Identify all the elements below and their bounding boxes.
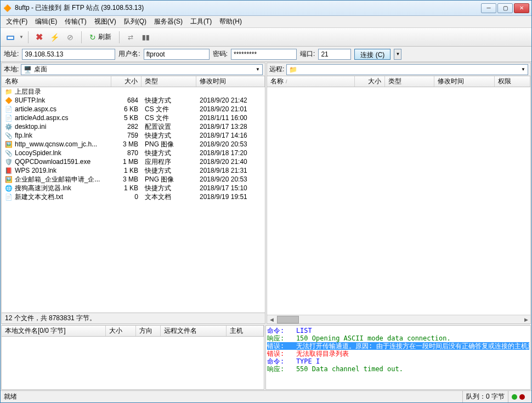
status-queue: 队列：0 字节: [462, 391, 508, 402]
file-icon: 📄: [5, 193, 13, 201]
file-row[interactable]: 📎LocoySpider.lnk870快捷方式2018/9/18 17:20: [2, 149, 265, 157]
menu-queue[interactable]: 队列(Q): [121, 16, 150, 27]
col-name[interactable]: 名称: [2, 76, 111, 87]
username-label: 用户名:: [118, 49, 140, 59]
refresh-icon: ↻: [89, 33, 96, 42]
log-line: 响应: 550 Data channel timed out.: [267, 365, 529, 373]
file-row[interactable]: 🖼️企业邮箱_企业邮箱申请_企...3 MBPNG 图像2018/9/20 20…: [2, 175, 265, 184]
file-row[interactable]: 🔶8UFTP.lnk684快捷方式2018/9/20 21:42: [2, 96, 265, 105]
indicator-green-icon: [512, 394, 517, 400]
file-row[interactable]: 🌐搜狗高速浏览器.lnk1 KB快捷方式2018/9/17 15:10: [2, 184, 265, 192]
password-input[interactable]: [231, 49, 297, 60]
window-buttons: ─ ▢ ✕: [481, 3, 529, 13]
queue-list[interactable]: [2, 337, 264, 389]
maximize-button[interactable]: ▢: [497, 3, 513, 13]
connect-icon[interactable]: [4, 31, 17, 44]
file-row[interactable]: 📄articleAdd.aspx.cs5 KBCS 文件2018/1/11 16…: [2, 113, 265, 122]
username-input[interactable]: [144, 49, 210, 60]
status-bar: 就绪 队列：0 字节: [1, 390, 531, 402]
col-size[interactable]: 大小: [111, 76, 142, 87]
log-pane[interactable]: 命令: LIST响应: 150 Opening ASCII mode data …: [265, 325, 531, 390]
queue-columns: 本地文件名[0/0 字节] 大小 方向 远程文件名 主机: [2, 326, 264, 337]
col-direction[interactable]: 方向: [136, 326, 161, 336]
file-row[interactable]: ⚙️desktop.ini282配置设置2018/9/17 13:28: [2, 122, 265, 131]
remote-path-bar: 远程: 📁 ▼: [267, 63, 530, 76]
pause-icon[interactable]: ▮▮: [139, 31, 152, 44]
window-title: 8uftp - 已连接到 新 FTP 站点 (39.108.53.13): [15, 3, 481, 13]
dropdown-icon[interactable]: ▼: [19, 35, 24, 39]
updir-icon: 📁: [5, 88, 13, 95]
remote-scrollbar[interactable]: ◀▶: [267, 315, 530, 323]
file-row[interactable]: 📕WPS 2019.lnk1 KB快捷方式2018/9/18 21:31: [2, 166, 265, 175]
abort-icon[interactable]: ⊘: [64, 31, 77, 44]
updir-row[interactable]: 📁上层目录: [2, 87, 265, 96]
status-ready: 就绪: [4, 392, 17, 401]
local-summary: 12 个文件，共 8783831 字节。: [2, 313, 265, 323]
menu-server[interactable]: 服务器(S): [151, 16, 186, 27]
connect-button[interactable]: 连接 (C): [354, 49, 390, 60]
minimize-button[interactable]: ─: [481, 3, 496, 13]
col-mtime[interactable]: 修改时间: [434, 76, 495, 87]
folder-icon: 📁: [289, 66, 297, 73]
close-button[interactable]: ✕: [514, 3, 529, 13]
file-row[interactable]: 🖼️http_www.qcnsw.com_jc.h...3 MBPNG 图像20…: [2, 140, 265, 149]
file-icon: 📄: [5, 114, 13, 122]
connect-dropdown[interactable]: ▼: [394, 49, 401, 60]
col-localfile[interactable]: 本地文件名[0/0 字节]: [2, 326, 106, 336]
file-icon: 🖼️: [5, 140, 13, 148]
file-row[interactable]: 📎ftp.lnk759快捷方式2018/9/17 14:16: [2, 131, 265, 140]
file-icon: 🌐: [5, 184, 13, 192]
file-row[interactable]: 📄article.aspx.cs6 KBCS 文件2018/9/20 21:01: [2, 105, 265, 113]
file-icon: 📄: [5, 105, 13, 113]
log-line: 响应: 150 Opening ASCII mode data connecti…: [267, 334, 529, 342]
file-row[interactable]: 📄新建文本文档.txt0文本文档2018/9/19 19:51: [2, 192, 265, 201]
file-row[interactable]: 🛡️QQPCDownload1591.exe1 MB应用程序2018/9/20 …: [2, 157, 265, 166]
menu-file[interactable]: 文件(F): [3, 16, 31, 27]
col-type[interactable]: 类型: [142, 76, 196, 87]
app-icon: 🔶: [3, 4, 12, 13]
queue-pane: 本地文件名[0/0 字节] 大小 方向 远程文件名 主机: [1, 325, 264, 390]
col-size[interactable]: 大小: [355, 76, 385, 87]
local-path-bar: 本地: 🖥️ 桌面 ▼: [2, 63, 265, 76]
svg-rect-1: [8, 37, 13, 39]
chevron-down-icon: ▼: [256, 67, 260, 72]
menu-view[interactable]: 视图(V): [91, 16, 120, 27]
col-name[interactable]: 名称/: [267, 76, 355, 87]
file-icon: 📎: [5, 149, 13, 157]
port-input[interactable]: [318, 49, 351, 60]
bottom-panes: 本地文件名[0/0 字节] 大小 方向 远程文件名 主机 命令: LIST响应:…: [1, 325, 531, 390]
log-line: 命令: LIST: [267, 327, 529, 334]
remote-path-select[interactable]: 📁 ▼: [286, 64, 528, 75]
menu-edit[interactable]: 编辑(E): [32, 16, 60, 27]
remote-file-list[interactable]: [267, 87, 530, 315]
sync-icon[interactable]: ⇄: [124, 31, 137, 44]
indicator-red-icon: [519, 394, 525, 400]
refresh-button[interactable]: ↻刷新: [86, 31, 115, 44]
menu-help[interactable]: 帮助(H): [216, 16, 245, 27]
disconnect-icon[interactable]: ✖: [33, 31, 46, 44]
connection-bar: 地址: 用户名: 密码: 端口: 连接 (C) ▼: [1, 47, 531, 62]
main-panes: 本地: 🖥️ 桌面 ▼ 名称 大小 类型 修改时间 📁上层目录🔶8UFTP.ln…: [1, 62, 531, 325]
col-mtime[interactable]: 修改时间: [196, 76, 265, 87]
address-input[interactable]: [22, 49, 115, 60]
col-remotefile[interactable]: 远程文件名: [161, 326, 227, 336]
status-indicators: [508, 391, 528, 402]
menu-tools[interactable]: 工具(T): [187, 16, 215, 27]
toolbar: ▼ ✖ ⚡ ⊘ ↻刷新 ⇄ ▮▮: [1, 28, 531, 47]
col-size[interactable]: 大小: [106, 326, 136, 336]
file-icon: 🛡️: [5, 158, 13, 166]
remote-columns: 名称/ 大小 类型 修改时间 权限: [267, 76, 530, 87]
local-columns: 名称 大小 类型 修改时间: [2, 76, 265, 87]
remote-label: 远程:: [269, 65, 284, 74]
menu-transfer[interactable]: 传输(T): [61, 16, 89, 27]
col-perm[interactable]: 权限: [495, 76, 530, 87]
col-type[interactable]: 类型: [385, 76, 434, 87]
local-path-select[interactable]: 🖥️ 桌面 ▼: [21, 64, 263, 75]
file-icon: ⚙️: [5, 123, 13, 130]
col-host[interactable]: 主机: [227, 326, 264, 336]
file-icon: 🔶: [5, 97, 13, 104]
file-icon: 📕: [5, 167, 13, 174]
reconnect-icon[interactable]: ⚡: [48, 31, 61, 44]
local-file-list[interactable]: 📁上层目录🔶8UFTP.lnk684快捷方式2018/9/20 21:42📄ar…: [2, 87, 265, 313]
remote-pane: 远程: 📁 ▼ 名称/ 大小 类型 修改时间 权限 ◀▶: [267, 63, 531, 324]
